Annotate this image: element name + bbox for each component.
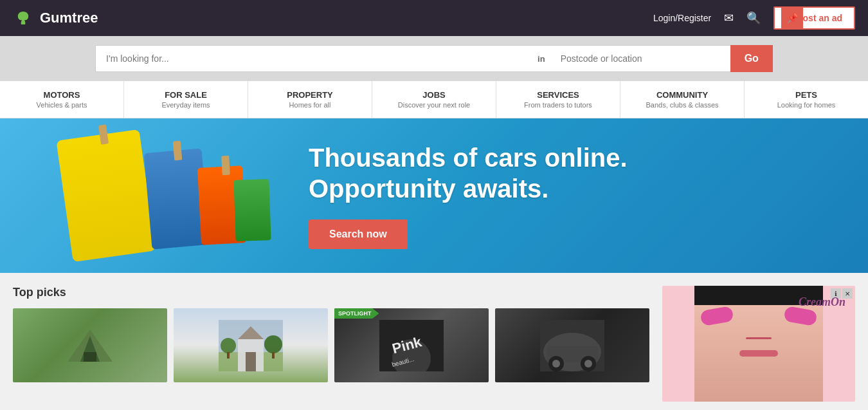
- gumtree-logo-icon: [13, 8, 33, 28]
- ad-box: ℹ ✕ CreamOn: [662, 286, 855, 402]
- svg-point-12: [264, 335, 282, 353]
- svg-point-23: [552, 360, 560, 368]
- nav-pets-sub: Looking for homes: [751, 101, 862, 109]
- nav-item-community[interactable]: COMMUNITY Bands, clubs & classes: [620, 81, 745, 118]
- login-register-link[interactable]: Login/Register: [653, 13, 711, 23]
- hero-search-button[interactable]: Search now: [309, 219, 408, 249]
- go-button[interactable]: Go: [730, 45, 773, 72]
- nav-forsale-sub: Everyday items: [131, 101, 241, 109]
- nav-property-title: PROPERTY: [255, 90, 365, 100]
- hero-title: Thousands of cars online. Opportunity aw…: [309, 142, 829, 204]
- nav-community-title: COMMUNITY: [627, 90, 737, 100]
- nav-motors-sub: Vehicles & parts: [6, 101, 117, 109]
- nav-motors-title: MOTORS: [6, 90, 117, 100]
- svg-point-10: [221, 338, 236, 353]
- nav-pets-title: PETS: [751, 90, 862, 100]
- pick-card-1-image: [13, 308, 167, 382]
- pick-card-1[interactable]: [13, 308, 167, 382]
- pick-card-3-image: Pink beauti...: [334, 308, 489, 382]
- search-input[interactable]: [95, 45, 532, 72]
- nav-item-forsale[interactable]: FOR SALE Everyday items: [124, 81, 248, 118]
- yellow-car-shape: [56, 129, 156, 262]
- spotlight-badge: SPOTLIGHT: [334, 308, 379, 319]
- logo-text: Gumtree: [40, 10, 98, 26]
- top-picks-heading: Top picks: [13, 286, 649, 299]
- nav-item-motors[interactable]: MOTORS Vehicles & parts: [0, 81, 124, 118]
- svg-rect-13: [272, 352, 275, 359]
- nose-line: [746, 337, 772, 339]
- nav-item-jobs[interactable]: JOBS Discover your next role: [372, 81, 496, 118]
- nav-item-pets[interactable]: PETS Looking for homes: [745, 81, 868, 118]
- tent-svg: [64, 326, 116, 365]
- house-svg: [219, 320, 283, 371]
- nav-bar: MOTORS Vehicles & parts FOR SALE Everyda…: [0, 81, 868, 118]
- nav-community-sub: Bands, clubs & classes: [627, 101, 737, 109]
- green-car-shape: [233, 179, 271, 241]
- concert-svg: Pink beauti...: [379, 320, 444, 371]
- search-bar: in Go: [0, 36, 868, 81]
- header-logo-area: Gumtree: [13, 8, 98, 28]
- nav-property-sub: Homes for all: [255, 101, 365, 109]
- mail-icon[interactable]: ✉: [724, 11, 734, 25]
- search-in-divider: in: [532, 45, 550, 72]
- pick-card-4-image: [495, 308, 649, 382]
- ad-brand-name: CreamOn: [799, 295, 845, 309]
- car-dark-svg: [540, 320, 604, 371]
- nav-services-sub: From traders to tutors: [503, 101, 613, 109]
- svg-rect-9: [246, 352, 256, 371]
- svg-rect-4: [84, 352, 96, 362]
- post-ad-button[interactable]: 📌 Post an ad: [773, 6, 855, 30]
- nav-jobs-title: JOBS: [379, 90, 489, 100]
- pick-card-2[interactable]: [174, 308, 328, 382]
- hero-cars-illustration: [0, 118, 270, 273]
- header-right: Login/Register ✉ 🔍 📌 Post an ad: [653, 6, 855, 30]
- header: Gumtree Login/Register ✉ 🔍 📌 Post an ad: [0, 0, 868, 36]
- clothespin-2: [173, 141, 183, 161]
- svg-rect-11: [227, 352, 230, 359]
- nav-jobs-sub: Discover your next role: [379, 101, 489, 109]
- nav-item-property[interactable]: PROPERTY Homes for all: [248, 81, 372, 118]
- nav-item-services[interactable]: SERVICES From traders to tutors: [496, 81, 620, 118]
- hero-title-line2: Opportunity awaits.: [309, 174, 548, 203]
- nav-services-title: SERVICES: [503, 90, 613, 100]
- sidebar-ad: ℹ ✕ CreamOn: [662, 286, 855, 402]
- content-area: Top picks: [0, 273, 868, 410]
- lips: [739, 350, 778, 357]
- main-content: Top picks: [13, 286, 649, 402]
- pick-card-3[interactable]: Pink beauti... SPOTLIGHT: [334, 308, 489, 382]
- hero-title-line1: Thousands of cars online.: [309, 144, 628, 172]
- location-input[interactable]: [550, 45, 730, 72]
- nav-forsale-title: FOR SALE: [131, 90, 241, 100]
- hero-banner: Thousands of cars online. Opportunity aw…: [0, 118, 868, 273]
- clothespin-3: [221, 156, 230, 176]
- search-icon[interactable]: 🔍: [746, 11, 761, 25]
- pick-card-2-image: [174, 308, 328, 382]
- svg-point-24: [584, 360, 592, 368]
- hero-text-area: Thousands of cars online. Opportunity aw…: [270, 118, 868, 273]
- pick-card-4[interactable]: [495, 308, 649, 382]
- post-ad-label: Post an ad: [797, 13, 842, 23]
- top-picks-grid: Pink beauti... SPOTLIGHT: [13, 308, 649, 382]
